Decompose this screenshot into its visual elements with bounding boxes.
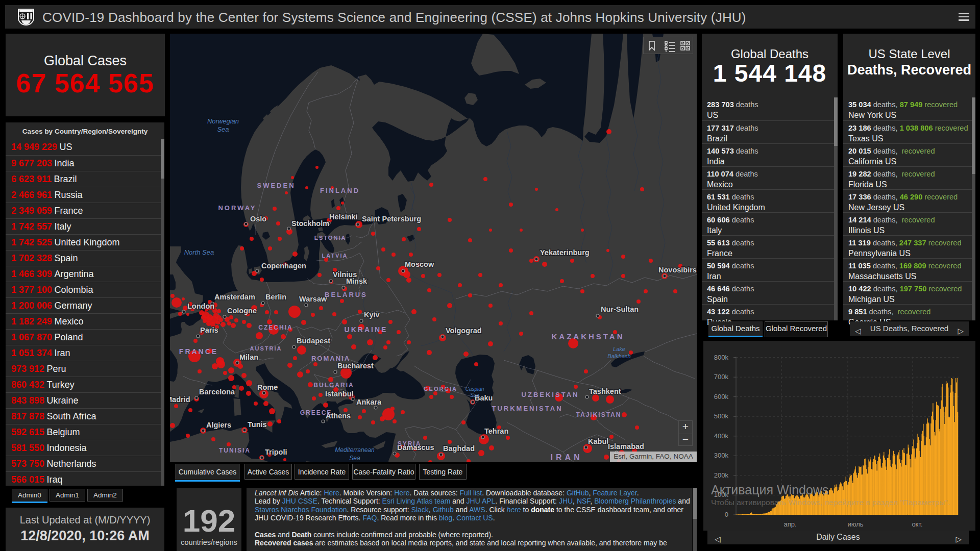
svg-text:Berlin: Berlin (265, 293, 286, 301)
svg-text:TURKMENISTAN: TURKMENISTAN (492, 405, 562, 412)
svg-text:Cologne: Cologne (227, 307, 257, 315)
svg-text:ESTONIA: ESTONIA (314, 235, 347, 241)
svg-text:Stockholm: Stockholm (291, 219, 329, 228)
svg-text:Tehran: Tehran (484, 427, 508, 435)
svg-text:Mediterranean: Mediterranean (335, 446, 375, 454)
svg-text:700k: 700k (714, 373, 729, 381)
svg-text:IRAN: IRAN (550, 453, 582, 462)
svg-text:Tunis: Tunis (248, 420, 267, 429)
svg-text:Paris: Paris (200, 326, 218, 334)
svg-text:KAZAKHSTAN: KAZAKHSTAN (551, 332, 624, 341)
svg-text:Amsterdam: Amsterdam (214, 293, 255, 301)
svg-text:SWEDEN: SWEDEN (257, 182, 295, 189)
svg-text:Lake: Lake (613, 346, 625, 352)
svg-text:BULGARIA: BULGARIA (313, 382, 354, 389)
svg-text:Caspian: Caspian (465, 386, 484, 392)
svg-text:Tripoli: Tripoli (265, 448, 287, 456)
svg-text:Novosibirsk: Novosibirsk (658, 266, 697, 274)
svg-text:Baghdad: Baghdad (443, 444, 475, 453)
svg-text:Kabul: Kabul (588, 437, 608, 445)
svg-text:Helsinki: Helsinki (329, 213, 358, 221)
svg-text:Moscow: Moscow (405, 260, 434, 268)
svg-text:июль: июль (847, 520, 863, 528)
svg-text:600k: 600k (714, 393, 729, 400)
svg-text:BELARUS: BELARUS (325, 291, 368, 298)
svg-text:TUNISIA: TUNISIA (219, 447, 251, 454)
svg-text:Balkhash: Balkhash (607, 353, 630, 359)
svg-text:Bucharest: Bucharest (337, 362, 374, 370)
svg-text:Sea: Sea (470, 392, 479, 398)
svg-text:Saint Petersburg: Saint Petersburg (362, 215, 421, 223)
svg-text:Barcelona: Barcelona (199, 388, 235, 396)
svg-text:Volgograd: Volgograd (446, 327, 482, 335)
svg-text:North Sea: North Sea (184, 248, 214, 256)
svg-text:400k: 400k (714, 432, 729, 440)
svg-text:Nur-Sultan: Nur-Sultan (601, 305, 639, 313)
svg-text:Copenhagen: Copenhagen (261, 262, 306, 270)
svg-text:LATVIA: LATVIA (322, 253, 348, 259)
svg-text:Oslo: Oslo (250, 215, 266, 223)
svg-text:Yekaterinburg: Yekaterinburg (540, 248, 590, 257)
svg-text:Sea: Sea (349, 455, 360, 462)
svg-text:SYRIA: SYRIA (398, 440, 422, 447)
svg-text:FINLAND: FINLAND (320, 187, 360, 194)
svg-text:FRANCE: FRANCE (179, 347, 218, 356)
svg-text:Algiers: Algiers (206, 421, 231, 429)
svg-text:Tashkent: Tashkent (589, 387, 621, 395)
svg-text:800k: 800k (714, 354, 729, 361)
svg-text:Rome: Rome (257, 383, 278, 391)
svg-text:AUSTRIA: AUSTRIA (250, 345, 282, 352)
svg-text:200k: 200k (714, 471, 729, 479)
svg-text:London: London (187, 302, 214, 310)
svg-text:Ankara: Ankara (356, 398, 382, 406)
svg-text:GEORGIA: GEORGIA (424, 386, 457, 392)
svg-text:Islamabad: Islamabad (608, 442, 644, 450)
svg-text:Sea: Sea (217, 126, 229, 133)
svg-text:UKRAINE: UKRAINE (345, 325, 388, 334)
svg-text:Kyiv: Kyiv (364, 311, 380, 319)
svg-text:500k: 500k (714, 412, 729, 420)
svg-text:Norwegian: Norwegian (207, 117, 239, 125)
svg-text:Minsk: Minsk (346, 277, 368, 285)
svg-text:апр.: апр. (783, 520, 796, 528)
svg-text:ROMANIA: ROMANIA (311, 355, 350, 362)
svg-text:NORWAY: NORWAY (218, 204, 256, 212)
svg-text:TAJIKISTAN: TAJIKISTAN (576, 411, 622, 418)
svg-text:Istanbul: Istanbul (325, 390, 354, 398)
svg-text:0: 0 (725, 511, 728, 518)
svg-text:Milan: Milan (239, 353, 258, 361)
svg-text:Madrid: Madrid (170, 395, 190, 404)
svg-text:GREECE: GREECE (300, 409, 332, 416)
svg-text:Budapest: Budapest (297, 337, 330, 345)
svg-text:300k: 300k (714, 452, 729, 459)
svg-text:UZBEKISTAN: UZBEKISTAN (522, 391, 579, 398)
svg-text:окт.: окт. (912, 520, 922, 528)
svg-text:CZECHIA: CZECHIA (258, 324, 292, 331)
svg-text:Warsaw: Warsaw (299, 295, 327, 303)
